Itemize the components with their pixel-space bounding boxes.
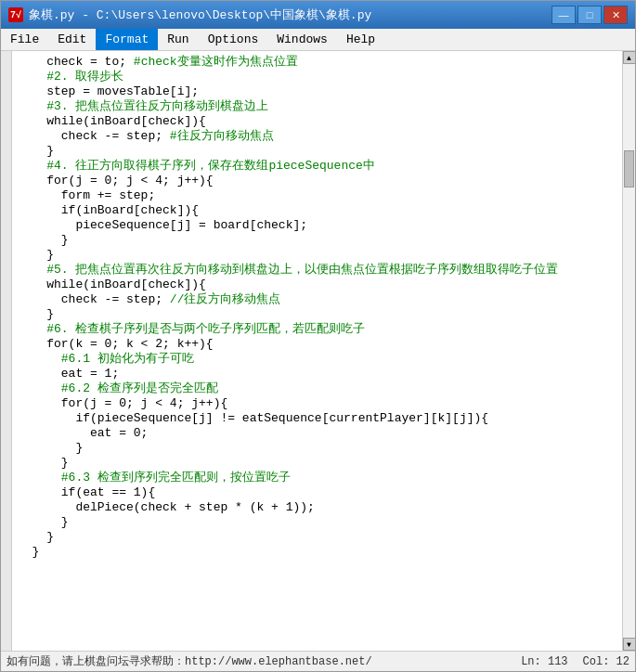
code-editor[interactable]: check = to; #check变量这时作为焦点位置 #2. 取得步长 st… — [12, 51, 622, 651]
table-row: for(k = 0; k < 2; k++){ — [18, 337, 617, 352]
table-row: #2. 取得步长 — [18, 70, 617, 84]
menu-bar: File Edit Format Run Options Windows Hel… — [1, 29, 635, 51]
table-row: #6. 检查棋子序列是否与两个吃子序列匹配，若匹配则吃子 — [18, 322, 617, 337]
scroll-up-button[interactable]: ▲ — [623, 51, 636, 64]
table-row: form += step; — [18, 188, 617, 203]
menu-format[interactable]: Format — [96, 29, 158, 50]
scroll-track[interactable] — [623, 64, 635, 638]
menu-options[interactable]: Options — [199, 29, 268, 50]
table-row: } — [18, 456, 617, 471]
table-row: } — [18, 515, 617, 530]
menu-edit[interactable]: Edit — [48, 29, 96, 50]
table-row: delPiece(check + step * (k + 1)); — [18, 500, 617, 515]
table-row: pieceSequence[j] = board[check]; — [18, 218, 617, 233]
title-bar-controls: — □ ✕ — [552, 6, 628, 24]
table-row: } — [18, 307, 617, 322]
vertical-scrollbar[interactable]: ▲ ▼ — [622, 51, 635, 651]
table-row: check -= step; //往反方向移动焦点 — [18, 292, 617, 307]
table-row: } — [18, 530, 617, 545]
table-row: #6.2 检查序列是否完全匹配 — [18, 381, 617, 396]
table-row: } — [18, 144, 617, 159]
menu-run[interactable]: Run — [158, 29, 198, 50]
table-row: step = movesTable[i]; — [18, 84, 617, 99]
status-message: 如有问题，请上棋盘问坛寻求帮助：http://www.elephantbase.… — [6, 653, 521, 669]
table-row: eat = 1; — [18, 367, 617, 381]
title-bar: 7√ 象棋.py - C:\Users\lenovo\Desktop\中国象棋\… — [1, 1, 635, 29]
app-icon: 7√ — [8, 7, 23, 22]
menu-windows[interactable]: Windows — [267, 29, 337, 50]
status-position: Ln: 113 Col: 12 — [521, 655, 630, 668]
menu-file[interactable]: File — [1, 29, 48, 50]
menu-help[interactable]: Help — [337, 29, 384, 50]
close-button[interactable]: ✕ — [604, 6, 628, 24]
table-row: #6.3 检查到序列完全匹配则，按位置吃子 — [18, 471, 617, 485]
scroll-thumb[interactable] — [624, 150, 634, 187]
table-row: while(inBoard[check]){ — [18, 114, 617, 129]
window-title: 象棋.py - C:\Users\lenovo\Desktop\中国象棋\象棋.… — [29, 6, 371, 23]
table-row: if(eat == 1){ — [18, 485, 617, 500]
table-row: if(pieceSequence[j] != eatSequence[curre… — [18, 411, 617, 426]
minimize-button[interactable]: — — [552, 6, 576, 24]
scroll-down-button[interactable]: ▼ — [623, 638, 636, 651]
table-row: for(j = 0; j < 4; j++){ — [18, 396, 617, 411]
table-row: #4. 往正方向取得棋子序列，保存在数组pieceSequence中 — [18, 159, 617, 174]
table-row: #5. 把焦点位置再次往反方向移动到棋盘边上，以便由焦点位置根据吃子序列数组取得… — [18, 263, 617, 278]
table-row: } — [18, 248, 617, 263]
table-row: #6.1 初始化为有子可吃 — [18, 352, 617, 367]
table-row: } — [18, 441, 617, 456]
table-row: } — [18, 233, 617, 248]
table-row: } — [18, 545, 617, 560]
table-row: check = to; #check变量这时作为焦点位置 — [18, 55, 617, 70]
table-row: check -= step; #往反方向移动焦点 — [18, 129, 617, 144]
table-row: while(inBoard[check]){ — [18, 278, 617, 292]
maximize-button[interactable]: □ — [578, 6, 602, 24]
line-number: Ln: 113 — [521, 655, 567, 668]
table-row: eat = 0; — [18, 426, 617, 441]
editor-area: check = to; #check变量这时作为焦点位置 #2. 取得步长 st… — [1, 51, 635, 651]
table-row: #3. 把焦点位置往反方向移动到棋盘边上 — [18, 99, 617, 114]
status-bar: 如有问题，请上棋盘问坛寻求帮助：http://www.elephantbase.… — [1, 651, 635, 671]
main-window: 7√ 象棋.py - C:\Users\lenovo\Desktop\中国象棋\… — [0, 0, 636, 672]
title-bar-left: 7√ 象棋.py - C:\Users\lenovo\Desktop\中国象棋\… — [8, 6, 371, 23]
table-row: for(j = 0; j < 4; j++){ — [18, 174, 617, 188]
table-row: if(inBoard[check]){ — [18, 203, 617, 218]
left-markers — [1, 51, 12, 651]
column-number: Col: 12 — [583, 655, 630, 668]
